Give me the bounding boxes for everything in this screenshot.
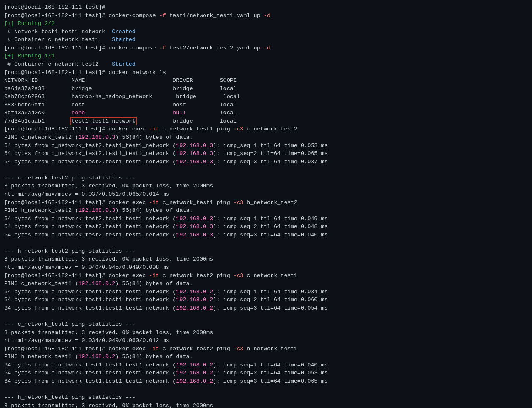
line-50: 3 packets transmitted, 3 received, 0% pa… bbox=[4, 402, 528, 408]
line-10-header: NETWORK ID NAME DRIVER SCOPE bbox=[4, 76, 528, 85]
line-36: 64 bytes from c_network_test1.test1_test… bbox=[4, 288, 528, 296]
line-44: PING h_network_test1 (192.168.0.2) 56(84… bbox=[4, 353, 528, 361]
line-34: [root@local-168-182-111 test]# docker ex… bbox=[4, 272, 528, 280]
line-26: PING h_network_test2 (192.168.0.3) 56(84… bbox=[4, 206, 528, 215]
line-35: PING c_network_test1 (192.168.0.2) 56(84… bbox=[4, 280, 528, 288]
line-14: 3df43a6a40c0 none null local bbox=[4, 109, 528, 117]
line-28: 64 bytes from c_network_test2.test1_test… bbox=[4, 223, 528, 231]
line-43: [root@local-168-182-111 test]# docker ex… bbox=[4, 345, 528, 353]
line-41: 3 packets transmitted, 3 received, 0% pa… bbox=[4, 329, 528, 337]
line-3: [+] Running 2/2 bbox=[4, 20, 528, 28]
line-8: # Container c_network_test2 Started bbox=[4, 60, 528, 69]
terminal: [root@local-168-182-111 test]# [root@loc… bbox=[4, 3, 528, 408]
line-18: 64 bytes from c_network_test2.test1_test… bbox=[4, 142, 528, 150]
line-40: --- c_network_test1 ping statistics --- bbox=[4, 320, 528, 329]
line-17: PING c_network_test2 (192.168.0.3) 56(84… bbox=[4, 133, 528, 142]
line-15: 77d3451caab1 test1_test1_network bridge … bbox=[4, 117, 528, 125]
line-19: 64 bytes from c_network_test2.test1_test… bbox=[4, 150, 528, 158]
line-9: [root@local-168-182-111 test]# docker ne… bbox=[4, 69, 528, 77]
line-38: 64 bytes from c_network_test1.test1_test… bbox=[4, 304, 528, 312]
line-16: [root@local-168-182-111 test]# docker ex… bbox=[4, 125, 528, 133]
line-1: [root@local-168-182-111 test]# bbox=[4, 3, 528, 12]
line-47: 64 bytes from c_network_test1.test1_test… bbox=[4, 377, 528, 386]
line-12: 0ab78cb62963 hadoop-ha_hadoop_network br… bbox=[4, 93, 528, 101]
line-23: 3 packets transmitted, 3 received, 0% pa… bbox=[4, 182, 528, 190]
line-27: 64 bytes from c_network_test2.test1_test… bbox=[4, 215, 528, 223]
line-2: [root@local-168-182-111 test]# docker-co… bbox=[4, 12, 528, 20]
line-22: --- c_network_test2 ping statistics --- bbox=[4, 174, 528, 182]
line-21 bbox=[4, 166, 528, 174]
line-39 bbox=[4, 312, 528, 320]
line-46: 64 bytes from c_network_test1.test1_test… bbox=[4, 369, 528, 377]
line-13: 3830bcfc6dfd host host local bbox=[4, 101, 528, 109]
line-25: [root@local-168-182-111 test]# docker ex… bbox=[4, 199, 528, 207]
line-24: rtt min/avg/max/mdev = 0.037/0.051/0.065… bbox=[4, 190, 528, 199]
line-4: # Network test1_test1_network Created bbox=[4, 28, 528, 36]
line-7: [+] Running 1/1 bbox=[4, 52, 528, 60]
line-49: --- h_network_test1 ping statistics --- bbox=[4, 393, 528, 402]
line-30 bbox=[4, 239, 528, 247]
line-32: 3 packets transmitted, 3 received, 0% pa… bbox=[4, 255, 528, 263]
line-45: 64 bytes from c_network_test1.test1_test… bbox=[4, 361, 528, 369]
line-29: 64 bytes from c_network_test2.test1_test… bbox=[4, 231, 528, 239]
line-37: 64 bytes from c_network_test1.test1_test… bbox=[4, 296, 528, 304]
line-5: # Container c_network_test1 Started bbox=[4, 36, 528, 44]
line-33: rtt min/avg/max/mdev = 0.040/0.045/0.049… bbox=[4, 263, 528, 272]
line-11: ba64a37a2a38 bridge bridge local bbox=[4, 85, 528, 93]
line-31: --- h_network_test2 ping statistics --- bbox=[4, 247, 528, 256]
line-20: 64 bytes from c_network_test2.test1_test… bbox=[4, 158, 528, 166]
line-48 bbox=[4, 385, 528, 393]
line-6: [root@local-168-182-111 test]# docker-co… bbox=[4, 44, 528, 52]
line-42: rtt min/avg/max/mdev = 0.034/0.049/0.060… bbox=[4, 337, 528, 345]
